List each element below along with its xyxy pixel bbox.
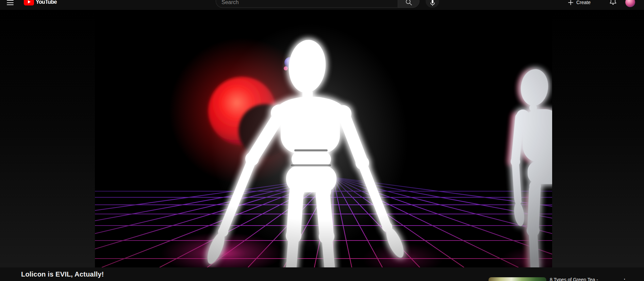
more-options-button[interactable]: ⋮	[621, 276, 628, 281]
search-button[interactable]	[398, 0, 419, 8]
video-player[interactable]	[95, 10, 552, 267]
search-input[interactable]	[221, 0, 395, 5]
youtube-logo[interactable]: YouTube	[24, 0, 57, 5]
search-icon	[405, 0, 412, 6]
search-box	[216, 0, 398, 8]
bell-icon	[609, 0, 617, 5]
youtube-wordmark: YouTube	[36, 0, 57, 5]
video-title: Lolicon is EVIL, Actually!	[21, 270, 104, 278]
video-scene	[95, 10, 552, 267]
suggested-title: 8 Types of Green Tea -	[550, 277, 615, 281]
mic-button[interactable]	[426, 0, 439, 8]
mic-icon	[429, 0, 436, 6]
youtube-play-icon	[24, 0, 34, 5]
notifications-button[interactable]	[609, 0, 617, 6]
create-button[interactable]: Create	[567, 0, 591, 7]
hamburger-menu-button[interactable]	[7, 0, 14, 6]
create-plus-icon	[567, 0, 574, 6]
avatar	[625, 0, 635, 7]
create-label: Create	[576, 0, 591, 5]
hamburger-icon	[7, 0, 14, 1]
suggested-thumbnail[interactable]	[489, 277, 546, 281]
kebab-menu-icon: ⋮	[622, 278, 628, 281]
top-header: YouTube Create	[0, 0, 644, 10]
avatar-button[interactable]	[625, 0, 635, 7]
